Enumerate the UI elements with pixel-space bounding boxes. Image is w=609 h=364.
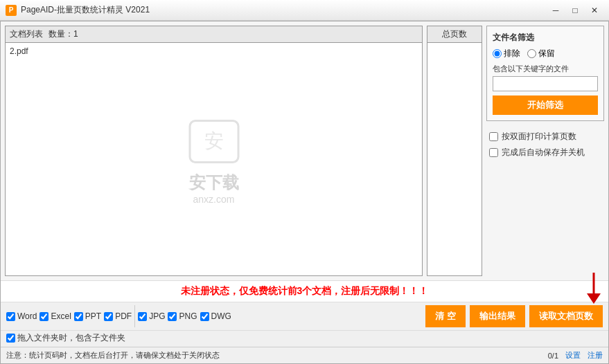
main-window: 文档列表 数量：1 2.pdf 安 安下载 anxz.com: [0, 21, 609, 364]
filter-radio-group: 排除 保留: [493, 48, 598, 60]
png-checkbox-label[interactable]: PNG: [168, 311, 197, 321]
filter-box: 文件名筛选 排除 保留 包含以下关键字的文件 开始筛选: [486, 26, 604, 121]
autosave-checkbox-label[interactable]: 完成后自动保存并关机: [489, 147, 601, 158]
clear-button[interactable]: 清 空: [425, 305, 466, 327]
excel-checkbox-label[interactable]: Excel: [39, 311, 71, 321]
file-list-panel: 文档列表 数量：1 2.pdf 安 安下载 anxz.com: [5, 26, 423, 276]
title-bar-controls: ─ □ ✕: [547, 3, 603, 17]
dwg-checkbox-label[interactable]: DWG: [200, 311, 231, 321]
total-pages-header: 总页数: [427, 26, 482, 43]
status-bar: 注意：统计页码时，文档在后台打开，请确保文档处于关闭状态 0/1 设置 注册: [1, 347, 608, 363]
status-notice: 注意：统计页码时，文档在后台打开，请确保文档处于关闭状态: [6, 350, 220, 361]
total-pages-panel: 总页数: [427, 26, 482, 276]
warning-bar: 未注册状态，仅免费统计前3个文档，注册后无限制！！！: [1, 280, 608, 302]
jpg-label: JPG: [149, 311, 165, 321]
app-title: PageAID-批量页数统计精灵 V2021: [21, 4, 547, 16]
exclude-radio[interactable]: [493, 49, 502, 58]
watermark-main-text: 安下载: [186, 172, 242, 194]
ppt-checkbox[interactable]: [74, 312, 83, 321]
title-bar[interactable]: P PageAID-批量页数统计精灵 V2021 ─ □ ✕: [0, 0, 609, 21]
keep-radio-label[interactable]: 保留: [527, 48, 555, 60]
excel-label: Excel: [51, 311, 71, 321]
status-right: 0/1 设置 注册: [548, 350, 603, 361]
autosave-label-text: 完成后自动保存并关机: [502, 147, 585, 158]
content-area: 文档列表 数量：1 2.pdf 安 安下载 anxz.com: [1, 21, 608, 280]
file-count: 数量：1: [48, 28, 78, 40]
arrow-icon: [576, 269, 609, 304]
settings-link[interactable]: 设置: [565, 350, 581, 361]
duplex-checkbox[interactable]: [489, 132, 498, 141]
keep-label-text: 保留: [538, 48, 555, 60]
file-item: 2.pdf: [8, 46, 419, 57]
filetype-divider: [134, 305, 135, 327]
register-link[interactable]: 注册: [588, 350, 603, 361]
export-button[interactable]: 输出结果: [470, 305, 525, 327]
right-panel: 文件名筛选 排除 保留 包含以下关键字的文件 开始筛选: [486, 26, 604, 276]
keyword-input[interactable]: [493, 76, 598, 91]
warning-text: 未注册状态，仅免费统计前3个文档，注册后无限制！！！: [181, 285, 429, 296]
svg-marker-3: [587, 293, 601, 304]
action-buttons: 清 空 输出结果 读取文档页数: [425, 305, 603, 327]
excel-checkbox[interactable]: [39, 312, 48, 321]
pdf-label: PDF: [115, 311, 132, 321]
close-button[interactable]: ✕: [585, 3, 603, 17]
png-label: PNG: [179, 311, 197, 321]
exclude-radio-label[interactable]: 排除: [493, 48, 520, 60]
ppt-checkbox-label[interactable]: PPT: [74, 311, 101, 321]
subfolder-bar: 拖入文件夹时，包含子文件夹: [1, 331, 608, 347]
total-pages-content: [427, 43, 482, 275]
subfolder-label: 拖入文件夹时，包含子文件夹: [17, 332, 125, 344]
options-section: 按双面打印计算页数 完成后自动保存并关机: [486, 127, 604, 158]
duplex-checkbox-label[interactable]: 按双面打印计算页数: [489, 131, 601, 143]
maximize-button[interactable]: □: [566, 3, 584, 17]
start-filter-button[interactable]: 开始筛选: [493, 95, 598, 115]
dwg-checkbox[interactable]: [200, 312, 209, 321]
exclude-label-text: 排除: [504, 48, 520, 60]
read-pages-button[interactable]: 读取文档页数: [529, 305, 603, 327]
duplex-label-text: 按双面打印计算页数: [502, 131, 576, 143]
jpg-checkbox[interactable]: [138, 312, 147, 321]
watermark-logo-svg: 安: [186, 114, 242, 170]
ppt-label: PPT: [85, 311, 101, 321]
keyword-label: 包含以下关键字的文件: [493, 64, 598, 74]
file-list-content[interactable]: 2.pdf 安 安下载 anxz.com: [6, 43, 422, 275]
pdf-checkbox-label[interactable]: PDF: [104, 311, 132, 321]
minimize-button[interactable]: ─: [547, 3, 565, 17]
subfolder-checkbox-label[interactable]: 拖入文件夹时，包含子文件夹: [6, 332, 125, 344]
autosave-checkbox[interactable]: [489, 148, 498, 157]
svg-text:安: 安: [204, 130, 224, 152]
jpg-checkbox-label[interactable]: JPG: [138, 311, 165, 321]
file-list-header: 文档列表 数量：1: [6, 26, 422, 43]
file-list-title: 文档列表: [10, 28, 43, 40]
left-section: 文档列表 数量：1 2.pdf 安 安下载 anxz.com: [5, 26, 482, 276]
word-checkbox-label[interactable]: Word: [6, 311, 37, 321]
png-checkbox[interactable]: [168, 312, 177, 321]
dwg-label: DWG: [211, 311, 231, 321]
app-icon: P: [6, 5, 17, 16]
watermark: 安 安下载 anxz.com: [186, 114, 242, 205]
filetype-bar: Word Excel PPT PDF JPG PNG DWG 清 空: [1, 302, 608, 331]
subfolder-checkbox[interactable]: [6, 334, 15, 343]
word-label: Word: [17, 311, 37, 321]
keep-radio[interactable]: [527, 49, 536, 58]
page-count: 0/1: [548, 352, 558, 360]
pdf-checkbox[interactable]: [104, 312, 113, 321]
svg-rect-0: [190, 121, 238, 163]
word-checkbox[interactable]: [6, 312, 15, 321]
filter-title: 文件名筛选: [493, 32, 598, 44]
watermark-sub-text: anxz.com: [186, 194, 242, 205]
